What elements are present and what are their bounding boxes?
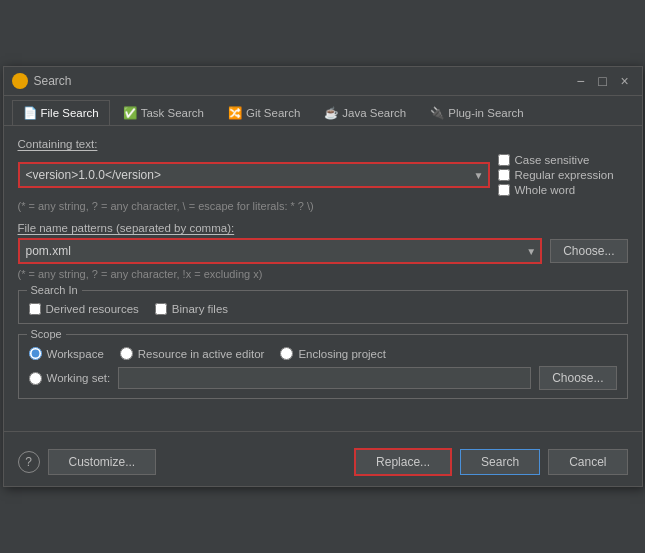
file-name-patterns-input[interactable] [20, 240, 541, 262]
whole-word-checkbox[interactable] [498, 184, 510, 196]
file-name-patterns-label: File name patterns (separated by comma): [18, 222, 628, 234]
regular-expression-label: Regular expression [515, 169, 614, 181]
task-search-tab-icon: ✅ [123, 106, 137, 120]
git-search-tab-label: Git Search [246, 107, 300, 119]
plugin-search-tab-label: Plug-in Search [448, 107, 523, 119]
active-editor-label: Resource in active editor [138, 348, 265, 360]
workspace-radio[interactable] [29, 347, 42, 360]
scope-group: Scope Workspace Resource in active edito… [18, 334, 628, 399]
enclosing-project-scope[interactable]: Enclosing project [280, 347, 386, 360]
help-button[interactable]: ? [18, 451, 40, 473]
derived-resources-label: Derived resources [46, 303, 139, 315]
search-dialog: Search − □ × 📄 File Search ✅ Task Search… [3, 66, 643, 487]
tab-task-search[interactable]: ✅ Task Search [112, 100, 215, 125]
window-icon [12, 73, 28, 89]
file-name-patterns-row: ▼ Choose... [18, 238, 628, 264]
containing-text-input[interactable] [20, 164, 488, 186]
search-in-group: Search In Derived resources Binary files [18, 290, 628, 324]
binary-files-checkbox[interactable] [155, 303, 167, 315]
dialog-content: Containing text: ▼ Case sensitive Regula… [4, 126, 642, 421]
case-sensitive-option[interactable]: Case sensitive [498, 154, 628, 166]
footer-separator [4, 431, 642, 432]
enclosing-project-label: Enclosing project [298, 348, 386, 360]
file-name-choose-button[interactable]: Choose... [550, 239, 627, 263]
working-set-radio[interactable] [29, 372, 42, 385]
tab-git-search[interactable]: 🔀 Git Search [217, 100, 311, 125]
case-sensitive-checkbox[interactable] [498, 154, 510, 166]
java-search-tab-label: Java Search [342, 107, 406, 119]
working-set-input[interactable] [118, 367, 531, 389]
title-bar: Search − □ × [4, 67, 642, 96]
window-title: Search [34, 74, 72, 88]
git-search-tab-icon: 🔀 [228, 106, 242, 120]
containing-text-hint: (* = any string, ? = any character, \ = … [18, 200, 628, 212]
scope-options: Workspace Resource in active editor Encl… [29, 347, 617, 360]
task-search-tab-label: Task Search [141, 107, 204, 119]
whole-word-option[interactable]: Whole word [498, 184, 628, 196]
scope-group-label: Scope [27, 328, 66, 340]
workspace-scope[interactable]: Workspace [29, 347, 104, 360]
file-name-patterns-hint: (* = any string, ? = any character, !x =… [18, 268, 628, 280]
replace-button[interactable]: Replace... [354, 448, 452, 476]
tab-java-search[interactable]: ☕ Java Search [313, 100, 417, 125]
file-name-patterns-dropdown-arrow[interactable]: ▼ [526, 246, 536, 257]
java-search-tab-icon: ☕ [324, 106, 338, 120]
active-editor-scope[interactable]: Resource in active editor [120, 347, 265, 360]
containing-text-dropdown-arrow[interactable]: ▼ [474, 170, 484, 181]
regular-expression-checkbox[interactable] [498, 169, 510, 181]
derived-resources-checkbox[interactable] [29, 303, 41, 315]
file-search-tab-icon: 📄 [23, 106, 37, 120]
footer: ? Customize... Replace... Search Cancel [4, 442, 642, 486]
cancel-button[interactable]: Cancel [548, 449, 627, 475]
search-in-group-label: Search In [27, 284, 82, 296]
derived-resources-option[interactable]: Derived resources [29, 303, 139, 315]
tab-bar: 📄 File Search ✅ Task Search 🔀 Git Search… [4, 96, 642, 126]
containing-text-label: Containing text: [18, 138, 628, 150]
containing-text-combo[interactable]: ▼ [18, 162, 490, 188]
active-editor-radio[interactable] [120, 347, 133, 360]
search-button[interactable]: Search [460, 449, 540, 475]
workspace-label: Workspace [47, 348, 104, 360]
working-set-row: Working set: Choose... [29, 366, 617, 390]
plugin-search-tab-icon: 🔌 [430, 106, 444, 120]
containing-text-row: ▼ Case sensitive Regular expression Whol… [18, 154, 628, 196]
case-sensitive-label: Case sensitive [515, 154, 590, 166]
regular-expression-option[interactable]: Regular expression [498, 169, 628, 181]
minimize-button[interactable]: − [572, 73, 590, 89]
working-set-scope[interactable]: Working set: [29, 372, 111, 385]
binary-files-option[interactable]: Binary files [155, 303, 228, 315]
tab-plugin-search[interactable]: 🔌 Plug-in Search [419, 100, 534, 125]
enclosing-project-radio[interactable] [280, 347, 293, 360]
file-search-tab-label: File Search [41, 107, 99, 119]
customize-button[interactable]: Customize... [48, 449, 157, 475]
search-options: Case sensitive Regular expression Whole … [498, 154, 628, 196]
tab-file-search[interactable]: 📄 File Search [12, 100, 110, 125]
close-button[interactable]: × [616, 73, 634, 89]
maximize-button[interactable]: □ [594, 73, 612, 89]
search-in-options: Derived resources Binary files [29, 303, 617, 315]
working-set-choose-button[interactable]: Choose... [539, 366, 616, 390]
file-name-patterns-combo[interactable]: ▼ [18, 238, 543, 264]
whole-word-label: Whole word [515, 184, 576, 196]
working-set-label: Working set: [47, 372, 111, 384]
binary-files-label: Binary files [172, 303, 228, 315]
